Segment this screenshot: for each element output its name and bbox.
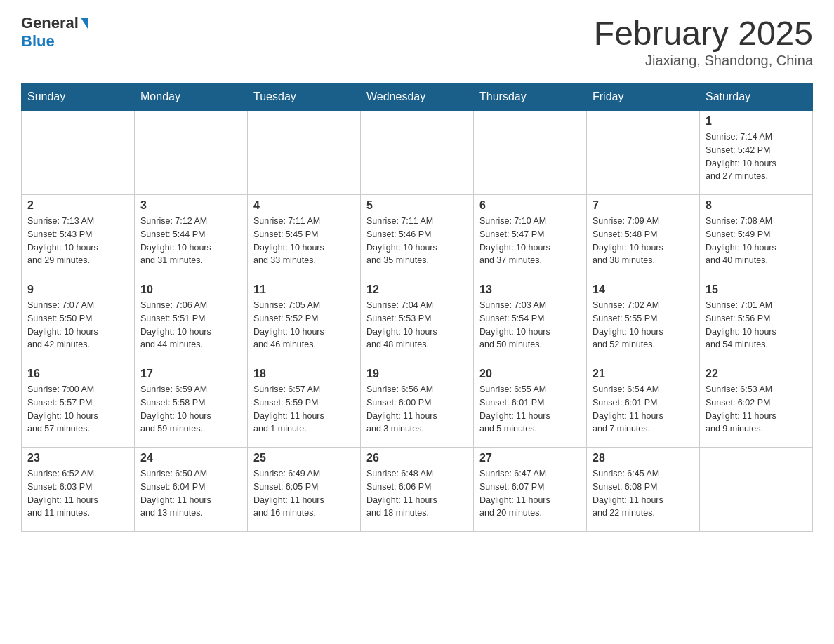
page-header: General Blue February 2025 Jiaxiang, Sha… <box>21 14 813 69</box>
day-number: 14 <box>593 283 694 296</box>
day-info: Sunrise: 7:11 AMSunset: 5:45 PMDaylight:… <box>253 215 355 267</box>
day-info: Sunrise: 7:08 AMSunset: 5:49 PMDaylight:… <box>706 215 807 267</box>
month-title: February 2025 <box>594 14 813 53</box>
logo: General Blue <box>21 14 88 51</box>
day-number: 15 <box>706 283 807 296</box>
calendar-cell: 4Sunrise: 7:11 AMSunset: 5:45 PMDaylight… <box>248 195 361 279</box>
day-number: 5 <box>366 199 468 212</box>
day-number: 28 <box>593 452 694 464</box>
day-number: 17 <box>140 368 241 380</box>
logo-general: General <box>21 14 79 32</box>
calendar-cell: 13Sunrise: 7:03 AMSunset: 5:54 PMDayligh… <box>474 279 587 363</box>
calendar-cell: 19Sunrise: 6:56 AMSunset: 6:00 PMDayligh… <box>361 363 474 448</box>
calendar-cell: 9Sunrise: 7:07 AMSunset: 5:50 PMDaylight… <box>22 279 135 363</box>
day-info: Sunrise: 6:49 AMSunset: 6:05 PMDaylight:… <box>253 467 355 520</box>
calendar-cell: 23Sunrise: 6:52 AMSunset: 6:03 PMDayligh… <box>22 448 135 532</box>
day-info: Sunrise: 6:55 AMSunset: 6:01 PMDaylight:… <box>479 383 581 436</box>
calendar-cell: 10Sunrise: 7:06 AMSunset: 5:51 PMDayligh… <box>135 279 248 363</box>
day-number: 3 <box>140 199 241 212</box>
day-number: 20 <box>479 368 581 380</box>
day-number: 19 <box>366 368 468 380</box>
calendar-cell: 27Sunrise: 6:47 AMSunset: 6:07 PMDayligh… <box>474 448 587 532</box>
day-info: Sunrise: 7:03 AMSunset: 5:54 PMDaylight:… <box>479 299 581 351</box>
location-title: Jiaxiang, Shandong, China <box>594 53 813 69</box>
calendar-cell <box>587 111 700 195</box>
calendar-cell: 2Sunrise: 7:13 AMSunset: 5:43 PMDaylight… <box>22 195 135 279</box>
calendar-table: SundayMondayTuesdayWednesdayThursdayFrid… <box>21 83 813 532</box>
calendar-cell <box>361 111 474 195</box>
calendar-week-row: 9Sunrise: 7:07 AMSunset: 5:50 PMDaylight… <box>22 279 813 363</box>
day-number: 13 <box>479 283 581 296</box>
calendar-header-row: SundayMondayTuesdayWednesdayThursdayFrid… <box>22 83 813 111</box>
day-number: 12 <box>366 283 468 296</box>
day-number: 21 <box>593 368 694 380</box>
day-info: Sunrise: 7:07 AMSunset: 5:50 PMDaylight:… <box>27 299 128 351</box>
day-header-monday: Monday <box>135 83 248 111</box>
day-number: 16 <box>27 368 128 380</box>
day-info: Sunrise: 6:57 AMSunset: 5:59 PMDaylight:… <box>253 383 355 436</box>
calendar-cell <box>135 111 248 195</box>
day-number: 25 <box>253 452 355 464</box>
calendar-cell: 5Sunrise: 7:11 AMSunset: 5:46 PMDaylight… <box>361 195 474 279</box>
day-info: Sunrise: 6:59 AMSunset: 5:58 PMDaylight:… <box>140 383 241 436</box>
day-header-sunday: Sunday <box>22 83 135 111</box>
title-section: February 2025 Jiaxiang, Shandong, China <box>594 14 813 69</box>
day-number: 7 <box>593 199 694 212</box>
day-info: Sunrise: 7:06 AMSunset: 5:51 PMDaylight:… <box>140 299 241 351</box>
day-number: 18 <box>253 368 355 380</box>
day-number: 9 <box>27 283 128 296</box>
day-number: 27 <box>479 452 581 464</box>
calendar-cell: 21Sunrise: 6:54 AMSunset: 6:01 PMDayligh… <box>587 363 700 448</box>
calendar-week-row: 1Sunrise: 7:14 AMSunset: 5:42 PMDaylight… <box>22 111 813 195</box>
calendar-cell: 11Sunrise: 7:05 AMSunset: 5:52 PMDayligh… <box>248 279 361 363</box>
calendar-week-row: 23Sunrise: 6:52 AMSunset: 6:03 PMDayligh… <box>22 448 813 532</box>
calendar-cell: 3Sunrise: 7:12 AMSunset: 5:44 PMDaylight… <box>135 195 248 279</box>
day-header-wednesday: Wednesday <box>361 83 474 111</box>
day-number: 23 <box>27 452 128 464</box>
calendar-cell: 12Sunrise: 7:04 AMSunset: 5:53 PMDayligh… <box>361 279 474 363</box>
day-info: Sunrise: 6:53 AMSunset: 6:02 PMDaylight:… <box>706 383 807 436</box>
day-info: Sunrise: 7:12 AMSunset: 5:44 PMDaylight:… <box>140 215 241 267</box>
day-number: 26 <box>366 452 468 464</box>
day-number: 11 <box>253 283 355 296</box>
day-info: Sunrise: 7:04 AMSunset: 5:53 PMDaylight:… <box>366 299 468 351</box>
day-info: Sunrise: 7:14 AMSunset: 5:42 PMDaylight:… <box>706 130 807 183</box>
day-number: 22 <box>706 368 807 380</box>
day-header-saturday: Saturday <box>700 83 813 111</box>
calendar-cell: 7Sunrise: 7:09 AMSunset: 5:48 PMDaylight… <box>587 195 700 279</box>
day-info: Sunrise: 6:52 AMSunset: 6:03 PMDaylight:… <box>27 467 128 520</box>
day-info: Sunrise: 6:50 AMSunset: 6:04 PMDaylight:… <box>140 467 241 520</box>
day-number: 2 <box>27 199 128 212</box>
day-number: 4 <box>253 199 355 212</box>
day-info: Sunrise: 7:10 AMSunset: 5:47 PMDaylight:… <box>479 215 581 267</box>
calendar-cell: 6Sunrise: 7:10 AMSunset: 5:47 PMDaylight… <box>474 195 587 279</box>
day-info: Sunrise: 6:47 AMSunset: 6:07 PMDaylight:… <box>479 467 581 520</box>
calendar-cell: 8Sunrise: 7:08 AMSunset: 5:49 PMDaylight… <box>700 195 813 279</box>
day-info: Sunrise: 7:11 AMSunset: 5:46 PMDaylight:… <box>366 215 468 267</box>
calendar-cell <box>474 111 587 195</box>
day-header-tuesday: Tuesday <box>248 83 361 111</box>
calendar-cell: 17Sunrise: 6:59 AMSunset: 5:58 PMDayligh… <box>135 363 248 448</box>
calendar-cell: 26Sunrise: 6:48 AMSunset: 6:06 PMDayligh… <box>361 448 474 532</box>
day-info: Sunrise: 7:01 AMSunset: 5:56 PMDaylight:… <box>706 299 807 351</box>
day-info: Sunrise: 7:13 AMSunset: 5:43 PMDaylight:… <box>27 215 128 267</box>
day-number: 24 <box>140 452 241 464</box>
calendar-cell <box>22 111 135 195</box>
calendar-cell: 16Sunrise: 7:00 AMSunset: 5:57 PMDayligh… <box>22 363 135 448</box>
day-number: 1 <box>706 115 807 128</box>
day-info: Sunrise: 7:09 AMSunset: 5:48 PMDaylight:… <box>593 215 694 267</box>
day-number: 8 <box>706 199 807 212</box>
calendar-cell <box>700 448 813 532</box>
calendar-cell: 24Sunrise: 6:50 AMSunset: 6:04 PMDayligh… <box>135 448 248 532</box>
day-header-friday: Friday <box>587 83 700 111</box>
day-info: Sunrise: 7:00 AMSunset: 5:57 PMDaylight:… <box>27 383 128 436</box>
day-info: Sunrise: 6:54 AMSunset: 6:01 PMDaylight:… <box>593 383 694 436</box>
day-info: Sunrise: 6:45 AMSunset: 6:08 PMDaylight:… <box>593 467 694 520</box>
calendar-cell: 22Sunrise: 6:53 AMSunset: 6:02 PMDayligh… <box>700 363 813 448</box>
calendar-cell: 20Sunrise: 6:55 AMSunset: 6:01 PMDayligh… <box>474 363 587 448</box>
day-info: Sunrise: 6:48 AMSunset: 6:06 PMDaylight:… <box>366 467 468 520</box>
day-number: 6 <box>479 199 581 212</box>
calendar-cell: 14Sunrise: 7:02 AMSunset: 5:55 PMDayligh… <box>587 279 700 363</box>
logo-triangle-icon <box>81 18 88 29</box>
day-info: Sunrise: 7:05 AMSunset: 5:52 PMDaylight:… <box>253 299 355 351</box>
